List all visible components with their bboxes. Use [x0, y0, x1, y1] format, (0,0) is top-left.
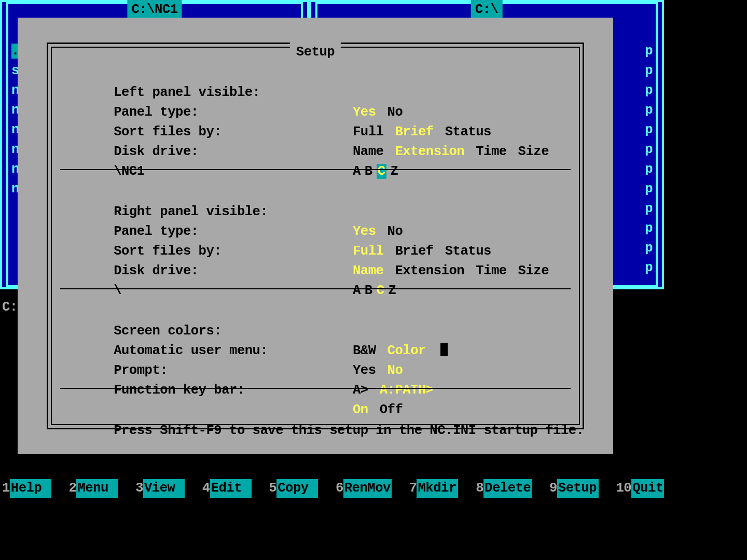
dos-prompt[interactable]: C: [2, 301, 18, 314]
drive-z[interactable]: Z [389, 281, 396, 301]
left-drive-opts[interactable]: ABCZ [353, 162, 402, 181]
row-right-path: \ [67, 261, 563, 281]
option-apath[interactable]: A:PATH> [380, 381, 434, 400]
file-fragment: p [645, 219, 653, 239]
file-fragment: p [645, 101, 653, 120]
right-drive-opts[interactable]: ABCZ [353, 281, 400, 301]
left-panel-title: C:\NC1 [127, 0, 182, 18]
drive-z[interactable]: Z [391, 162, 398, 181]
drive-b[interactable]: B [365, 162, 372, 181]
option-a[interactable]: A> [353, 381, 368, 400]
file-fragment: p [645, 61, 653, 81]
right-panel-files: pppppppppppp [645, 41, 653, 278]
fkey-quit[interactable]: 10Quit [614, 479, 664, 498]
drive-b[interactable]: B [365, 281, 372, 301]
row-hint: Press Shift-F9 to save this setup in the… [67, 401, 563, 421]
file-fragment: p [645, 199, 653, 219]
drive-a[interactable]: A [353, 162, 361, 181]
file-fragment: p [645, 239, 653, 258]
file-fragment: p [645, 41, 653, 61]
right-panel-title: C:\ [471, 0, 503, 18]
drive-c[interactable]: C [377, 164, 386, 179]
row-left-drive: Disk drive: ABCZ [67, 122, 563, 142]
file-fragment: p [645, 160, 653, 179]
file-fragment: p [645, 81, 653, 101]
fkey-setup[interactable]: 9Setup [547, 479, 599, 498]
row-right-drive: Disk drive: ABCZ [67, 242, 563, 261]
divider-3 [60, 388, 571, 389]
file-fragment: p [645, 140, 653, 160]
row-left-visible: Left panel visible: YesNo [67, 63, 563, 83]
file-fragment: p [645, 258, 653, 278]
row-automenu: Automatic user menu: YesNo [67, 321, 563, 341]
divider-1 [60, 169, 571, 170]
row-left-sort: Sort files by: NameExtensionTimeSize [67, 103, 563, 122]
fkey-delete[interactable]: 8Delete [474, 479, 532, 498]
row-left-path: \NC1 [67, 142, 563, 162]
divider-2 [60, 288, 571, 289]
file-fragment: p [645, 120, 653, 140]
fkey-copy[interactable]: 5Copy [267, 479, 318, 498]
save-hint: Press Shift-F9 to save this setup in the… [114, 423, 584, 438]
row-fkbar: Function key bar: OnOff [67, 361, 563, 381]
function-key-bar: 1Help 2Menu 3View 4Edit 5Copy 6RenMov 7M… [0, 479, 664, 498]
fkey-edit[interactable]: 4Edit [200, 479, 252, 498]
row-right-type: Panel type: FullBriefStatus [67, 202, 563, 222]
fkey-help[interactable]: 1Help [0, 479, 51, 498]
right-path: \ [114, 283, 121, 298]
dialog-title: Setup [290, 43, 341, 60]
setup-dialog: Setup Left panel visible: YesNo Panel ty… [18, 18, 613, 454]
drive-a[interactable]: A [353, 281, 361, 301]
row-prompt: Prompt: A>A:PATH> [67, 341, 563, 361]
fkey-mkdir[interactable]: 7Mkdir [407, 479, 459, 498]
prompt-opts[interactable]: A>A:PATH> [353, 381, 445, 400]
drive-c[interactable]: C [377, 281, 384, 301]
fkey-menu[interactable]: 2Menu [67, 479, 118, 498]
row-colors: Screen colors: B&WColor [67, 302, 563, 321]
fkbar-label: Function key bar: [114, 383, 245, 398]
row-left-type: Panel type: FullBriefStatus [67, 83, 563, 103]
row-right-sort: Sort files by: NameExtensionTimeSize [67, 222, 563, 242]
fkey-renmov[interactable]: 6RenMov [334, 479, 392, 498]
row-right-visible: Right panel visible: YesNo [67, 183, 563, 202]
fkey-view[interactable]: 3View [133, 479, 185, 498]
left-path: \NC1 [114, 164, 144, 179]
file-fragment: p [645, 179, 653, 199]
